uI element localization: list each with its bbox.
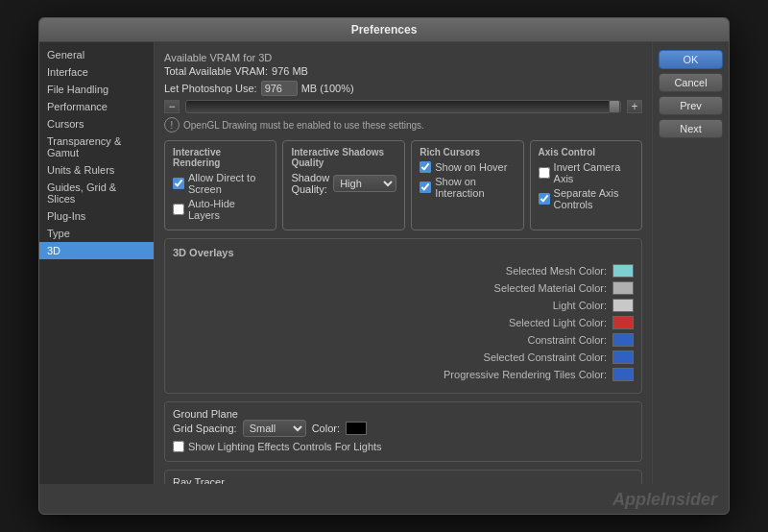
sidebar-item-type[interactable]: Type xyxy=(39,225,154,242)
ir-title: Interactive Rendering xyxy=(173,147,268,168)
auto-hide-label: Auto-Hide Layers xyxy=(188,198,268,221)
auto-hide-checkbox[interactable] xyxy=(173,204,184,215)
separate-axis-label: Separate Axis Controls xyxy=(554,187,634,210)
invert-camera-label: Invert Camera Axis xyxy=(554,161,634,184)
show-hover-checkbox[interactable] xyxy=(420,161,431,173)
sidebar-item-units[interactable]: Units & Rulers xyxy=(39,161,154,179)
overlay-color-row: Selected Material Color: xyxy=(173,281,634,295)
rich-cursors-panel: Rich Cursors Show on Hover Show on Inter… xyxy=(411,140,523,230)
overlay-color-row: Progressive Rendering Tiles Color: xyxy=(173,368,634,381)
watermark: AppleInsider xyxy=(39,484,729,514)
slider-minus-button[interactable]: − xyxy=(164,100,180,113)
preferences-dialog: Preferences GeneralInterfaceFile Handlin… xyxy=(38,17,730,515)
let-photoshop-label: Let Photoshop Use: xyxy=(164,83,257,94)
shadow-quality-select[interactable]: High Medium Low xyxy=(333,175,396,192)
overlay-color-row: Light Color: xyxy=(173,299,634,312)
allow-direct-label: Allow Direct to Screen xyxy=(188,172,268,195)
overlay-color-label: Selected Material Color: xyxy=(494,282,607,294)
show-lighting-row: Show Lighting Effects Controls For Light… xyxy=(173,441,634,452)
total-vram-label: Total Available VRAM: xyxy=(164,65,268,77)
total-vram-value: 976 MB xyxy=(272,65,308,77)
button-panel: OK Cancel Prev Next xyxy=(652,42,729,484)
overlay-color-swatch[interactable] xyxy=(612,333,634,347)
sidebar-item-general[interactable]: General xyxy=(39,46,154,63)
vram-slider[interactable] xyxy=(185,100,621,113)
grid-spacing-label: Grid Spacing: xyxy=(173,423,237,434)
show-interaction-row: Show on Interaction xyxy=(420,176,515,199)
overlay-color-row: Constraint Color: xyxy=(173,333,634,347)
overlay-color-swatch[interactable] xyxy=(612,368,634,381)
sidebar-item-cursors[interactable]: Cursors xyxy=(39,115,154,133)
vram-suffix: MB (100%) xyxy=(301,83,354,94)
show-lighting-checkbox[interactable] xyxy=(173,441,184,452)
overlay-color-swatch[interactable] xyxy=(612,351,634,364)
sidebar: GeneralInterfaceFile HandlingPerformance… xyxy=(39,42,155,484)
sidebar-item-3d[interactable]: 3D xyxy=(39,242,154,259)
sidebar-item-interface[interactable]: Interface xyxy=(39,63,154,81)
interactive-rendering-panel: Interactive Rendering Allow Direct to Sc… xyxy=(164,140,276,230)
separate-axis-checkbox[interactable] xyxy=(539,193,550,205)
ground-plane-section: Ground Plane Grid Spacing: SmallMediumLa… xyxy=(164,401,642,462)
overlay-color-label: Light Color: xyxy=(553,300,607,311)
show-interaction-label: Show on Interaction xyxy=(435,176,515,199)
vram-title: Available VRAM for 3D xyxy=(164,52,642,63)
main-content: Available VRAM for 3D Total Available VR… xyxy=(155,42,652,484)
overlay-color-label: Constraint Color: xyxy=(527,334,607,346)
sidebar-item-file-handling[interactable]: File Handling xyxy=(39,81,154,98)
prev-button[interactable]: Prev xyxy=(659,96,723,115)
sidebar-item-guides[interactable]: Guides, Grid & Slices xyxy=(39,179,154,207)
overlay-color-row: Selected Mesh Color: xyxy=(173,264,634,278)
ground-plane-title: Ground Plane xyxy=(173,408,634,420)
cancel-button[interactable]: Cancel xyxy=(659,73,723,92)
show-interaction-checkbox[interactable] xyxy=(420,181,431,193)
rc-title: Rich Cursors xyxy=(420,147,515,157)
grid-spacing-select[interactable]: SmallMediumLarge xyxy=(243,420,306,437)
color-rows: Selected Mesh Color:Selected Material Co… xyxy=(173,264,634,381)
sidebar-item-performance[interactable]: Performance xyxy=(39,98,154,115)
ac-title: Axis Control xyxy=(539,147,634,157)
ray-tracer-section: Ray Tracer High Quality Threshold: 5 xyxy=(164,470,642,484)
shadow-quality-label: Shadow Quality: xyxy=(291,172,329,195)
overlay-color-swatch[interactable] xyxy=(612,299,634,312)
warning-icon: ! xyxy=(164,117,180,133)
overlay-color-row: Selected Constraint Color: xyxy=(173,351,634,364)
overlay-color-swatch[interactable] xyxy=(612,316,634,329)
show-hover-label: Show on Hover xyxy=(435,161,507,173)
vram-section: Available VRAM for 3D Total Available VR… xyxy=(164,52,642,133)
interactive-shadows-panel: Interactive Shadows Quality Shadow Quali… xyxy=(282,140,405,230)
show-hover-row: Show on Hover xyxy=(420,161,515,173)
sidebar-item-plug-ins[interactable]: Plug-Ins xyxy=(39,207,154,225)
color-label: Color: xyxy=(312,423,340,434)
overlay-color-row: Selected Light Color: xyxy=(173,316,634,329)
overlay-color-swatch[interactable] xyxy=(612,264,634,278)
ok-button[interactable]: OK xyxy=(659,50,723,69)
title-bar: Preferences xyxy=(39,18,729,42)
invert-camera-checkbox[interactable] xyxy=(539,167,550,179)
warning-text: OpenGL Drawing must be enabled to use th… xyxy=(183,120,424,131)
is-title: Interactive Shadows Quality xyxy=(291,147,396,168)
next-button[interactable]: Next xyxy=(659,119,723,138)
top-panels: Interactive Rendering Allow Direct to Sc… xyxy=(164,140,642,230)
let-photoshop-input[interactable] xyxy=(261,81,298,96)
slider-plus-button[interactable]: + xyxy=(627,100,642,113)
overlays-title: 3D Overlays xyxy=(173,247,634,258)
overlays-section: 3D Overlays Selected Mesh Color:Selected… xyxy=(164,238,642,394)
allow-direct-row: Allow Direct to Screen xyxy=(173,172,268,195)
auto-hide-row: Auto-Hide Layers xyxy=(173,198,268,221)
invert-camera-row: Invert Camera Axis xyxy=(539,161,634,184)
allow-direct-checkbox[interactable] xyxy=(173,178,184,189)
axis-control-panel: Axis Control Invert Camera Axis Separate… xyxy=(530,140,642,230)
sidebar-item-transparency[interactable]: Transparency & Gamut xyxy=(39,133,154,161)
dialog-title: Preferences xyxy=(351,23,418,36)
overlay-color-label: Selected Mesh Color: xyxy=(506,265,607,277)
ground-plane-color-swatch[interactable] xyxy=(346,422,367,435)
ray-tracer-title: Ray Tracer xyxy=(173,476,634,484)
overlay-color-label: Progressive Rendering Tiles Color: xyxy=(444,369,607,380)
show-lighting-label: Show Lighting Effects Controls For Light… xyxy=(188,441,382,452)
overlay-color-swatch[interactable] xyxy=(612,281,634,295)
separate-axis-row: Separate Axis Controls xyxy=(539,187,634,210)
overlay-color-label: Selected Constraint Color: xyxy=(484,351,607,363)
overlay-color-label: Selected Light Color: xyxy=(509,317,607,328)
